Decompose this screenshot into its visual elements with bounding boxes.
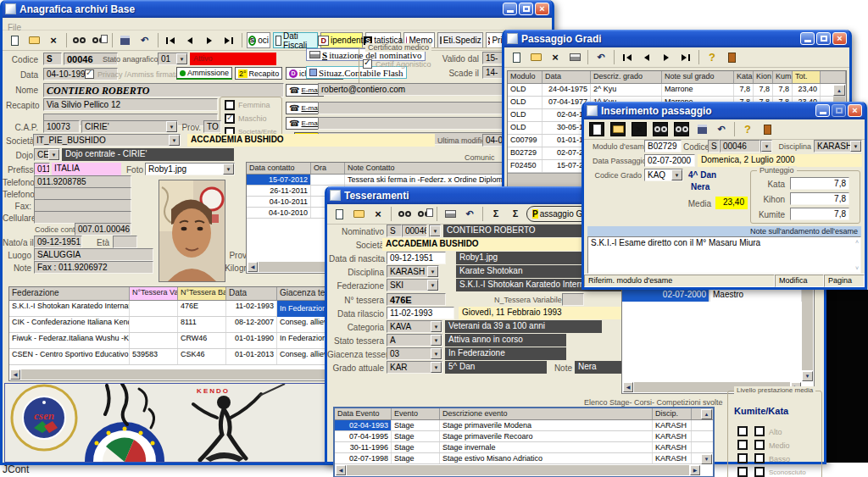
ammissione-button[interactable]: Ammissione — [176, 67, 232, 80]
scroll-left-button[interactable]: ◀ — [248, 262, 258, 272]
new-button[interactable] — [6, 32, 23, 48]
codice-field[interactable]: 00046 — [720, 140, 760, 153]
femmina-checkbox[interactable] — [225, 100, 235, 110]
print-button[interactable] — [442, 206, 459, 222]
undo-button[interactable] — [461, 206, 478, 222]
chevron-down-icon[interactable] — [427, 280, 438, 291]
dati-fiscali-button[interactable]: Dati Fiscali — [273, 32, 319, 48]
nascita-field[interactable]: 09-12-1951 — [387, 252, 446, 264]
stato-tessera-combo[interactable]: A — [387, 334, 442, 347]
find-next-button[interactable] — [672, 121, 691, 137]
codice-grado-combo[interactable]: KAQ — [644, 169, 683, 181]
undo-button[interactable] — [713, 121, 730, 137]
dojo-combo[interactable]: CEN — [34, 148, 60, 161]
scroll-left-button[interactable]: ◀ — [10, 369, 20, 380]
delete-button[interactable] — [630, 121, 648, 137]
chevron-down-icon[interactable] — [166, 121, 177, 132]
undo-button[interactable] — [136, 32, 153, 48]
find-button[interactable] — [71, 32, 88, 48]
chevron-down-icon[interactable] — [671, 169, 682, 180]
codice-prefix-field[interactable]: S — [708, 140, 720, 153]
scroll-up-button[interactable]: ˄ — [855, 239, 859, 245]
prov-field[interactable]: TO — [203, 120, 221, 133]
chevron-down-icon[interactable] — [431, 348, 442, 359]
chevron-down-icon[interactable] — [427, 266, 438, 277]
soci-button[interactable]: Soci — [247, 32, 270, 48]
first-record-button[interactable] — [619, 49, 636, 65]
kata-basso-checkbox[interactable] — [754, 453, 765, 463]
scroll-down-button[interactable]: ▼ — [701, 454, 712, 464]
find-button[interactable] — [396, 206, 413, 222]
disciplina-combo[interactable]: KARASH — [814, 140, 862, 153]
luogo-field[interactable]: SALUGGIA — [34, 248, 153, 261]
exit-button[interactable] — [759, 121, 776, 137]
chevron-down-icon[interactable] — [176, 53, 187, 64]
privacy-checkbox[interactable] — [85, 69, 94, 79]
save-button[interactable] — [117, 32, 134, 48]
data-passaggio-field[interactable]: 02-07-2000 — [644, 154, 695, 167]
open-button[interactable] — [25, 32, 42, 48]
kata-alto-checkbox[interactable] — [754, 426, 765, 436]
maximize-button[interactable] — [816, 32, 831, 45]
kata-field[interactable]: 7,8 — [790, 177, 849, 190]
event-row[interactable]: 07-04-1995 Stage Stage primaverile Recoa… — [335, 431, 713, 442]
recapito2-button[interactable]: 2°Recapito — [235, 67, 282, 80]
kata-sconosciuto-checkbox[interactable] — [754, 467, 765, 477]
codice-prefix-field[interactable]: S — [43, 53, 62, 65]
sum2-button[interactable] — [507, 206, 524, 222]
minimize-button[interactable] — [503, 3, 517, 15]
minimize-button[interactable] — [800, 32, 815, 45]
chevron-down-icon[interactable] — [431, 321, 442, 332]
undo-button[interactable] — [593, 49, 609, 65]
telefono1-field[interactable]: 011.9208785 — [34, 175, 131, 188]
fax-field[interactable] — [34, 199, 131, 212]
passaggi-vscrollbar[interactable] — [802, 280, 813, 370]
help-button[interactable] — [739, 121, 756, 137]
scroll-down-button[interactable]: ˅ — [855, 265, 859, 271]
kumite-sconosciuto-checkbox[interactable] — [737, 467, 748, 477]
prev-record-button[interactable] — [181, 32, 198, 48]
delete-button[interactable] — [370, 206, 387, 222]
delete-button[interactable] — [547, 49, 564, 65]
next-record-button[interactable] — [658, 49, 675, 65]
dipendenti-button[interactable]: Dipendenti — [320, 32, 363, 48]
event-row[interactable]: 02-07-1998 Stage Stage estivo Misano Adr… — [335, 453, 713, 464]
prefisso-field[interactable]: 011 — [34, 163, 50, 175]
scroll-left-button[interactable]: ◀ — [623, 382, 633, 392]
nominativo-prefix-field[interactable]: S — [387, 225, 402, 237]
kumite-field[interactable]: 7,8 — [790, 208, 849, 220]
cellulare-field[interactable] — [34, 211, 131, 224]
chevron-down-icon[interactable] — [430, 225, 441, 236]
nome-field[interactable]: CONTIERO ROBERTO — [43, 83, 284, 97]
last-record-button[interactable] — [677, 49, 694, 65]
last-record-button[interactable] — [220, 32, 237, 48]
new-button[interactable] — [508, 49, 525, 65]
telefono2-field[interactable] — [34, 187, 131, 200]
sum-button[interactable] — [487, 206, 504, 222]
giacenza-combo[interactable]: 03 — [387, 347, 442, 360]
tessera-var-field[interactable] — [562, 293, 584, 306]
kihon-field[interactable]: 7,8 — [790, 192, 849, 205]
cap-field[interactable]: 10073 — [43, 120, 80, 133]
societa-combo[interactable]: IT_PIE_BUSHIDO — [33, 134, 181, 147]
find-next-button[interactable] — [91, 32, 108, 48]
categoria-combo[interactable]: KAVA — [387, 320, 442, 333]
open-button[interactable] — [609, 121, 627, 137]
citta-combo[interactable]: CIRIE' — [81, 120, 178, 133]
chevron-down-icon[interactable] — [169, 135, 180, 146]
scroll-up-button[interactable]: ▲ — [701, 409, 712, 419]
titlebar-inserimento[interactable]: Inserimento passaggio — [584, 102, 865, 119]
chevron-down-icon[interactable] — [223, 164, 234, 175]
exit-button[interactable] — [723, 49, 740, 65]
delete-button[interactable] — [45, 32, 62, 48]
prev-record-button[interactable] — [638, 49, 655, 65]
kumite-medio-checkbox[interactable] — [737, 440, 748, 450]
certif-agonistico-checkbox[interactable] — [363, 59, 372, 69]
first-record-button[interactable] — [162, 32, 179, 48]
next-record-button[interactable] — [201, 32, 218, 48]
new-button[interactable] — [331, 206, 348, 222]
note-field[interactable]: Fax : 011.9206972 — [34, 261, 153, 274]
scroll-right-button[interactable]: ▶ — [690, 465, 700, 475]
disciplina-combo[interactable]: KARASH — [387, 265, 439, 278]
federazione-combo[interactable]: SKI — [387, 279, 439, 291]
